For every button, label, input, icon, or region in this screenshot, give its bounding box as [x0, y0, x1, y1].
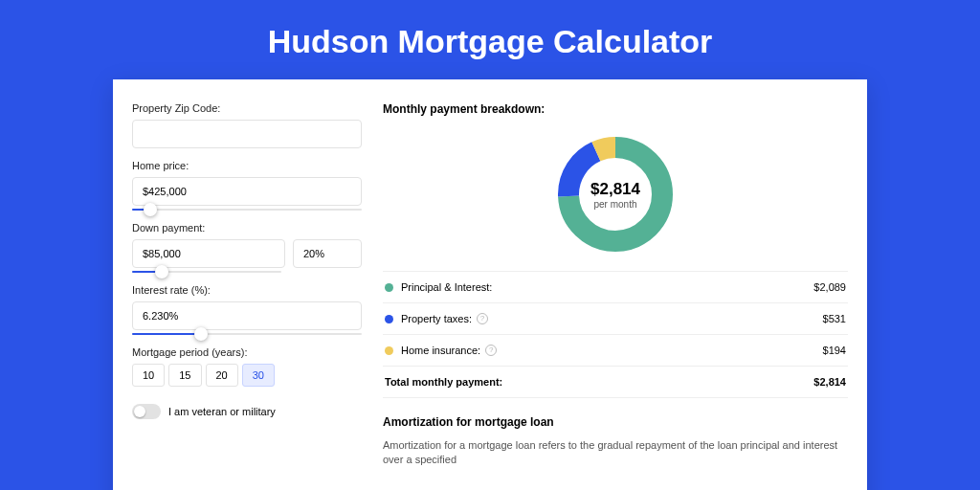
period-option-15[interactable]: 15: [168, 364, 201, 387]
legend-label: Home insurance:?: [401, 345, 823, 356]
zip-label: Property Zip Code:: [132, 102, 362, 114]
inputs-column: Property Zip Code: Home price: Down paym…: [132, 102, 362, 468]
price-label: Home price:: [132, 160, 362, 171]
rate-slider[interactable]: [132, 333, 362, 335]
rate-label: Interest rate (%):: [132, 284, 362, 296]
info-icon[interactable]: ?: [477, 313, 488, 324]
price-slider[interactable]: [132, 209, 362, 211]
donut-center-sub: per month: [593, 199, 636, 210]
rate-slider-thumb[interactable]: [194, 327, 208, 341]
down-label: Down payment:: [132, 222, 362, 234]
amortization-section: Amortization for mortgage loan Amortizat…: [383, 415, 848, 468]
down-field: Down payment:: [132, 222, 362, 273]
donut-center-value: $2,814: [590, 180, 640, 199]
down-slider[interactable]: [132, 271, 281, 273]
price-slider-thumb[interactable]: [144, 203, 157, 216]
down-amount-input[interactable]: [132, 239, 285, 268]
amortization-title: Amortization for mortgage loan: [383, 415, 848, 429]
breakdown-title: Monthly payment breakdown:: [383, 102, 848, 116]
veteran-toggle[interactable]: [132, 404, 161, 419]
info-icon[interactable]: ?: [485, 345, 497, 356]
rate-slider-fill: [132, 333, 201, 335]
zip-input[interactable]: [132, 120, 362, 148]
period-label: Mortgage period (years):: [132, 346, 362, 358]
legend-row: Principal & Interest:$2,089: [383, 272, 848, 303]
amortization-text: Amortization for a mortgage loan refers …: [383, 438, 848, 468]
period-option-30[interactable]: 30: [242, 364, 275, 387]
legend-label: Property taxes:?: [401, 313, 823, 324]
period-segment: 10152030: [132, 364, 362, 387]
legend-label: Principal & Interest:: [401, 281, 813, 293]
legend-row: Home insurance:?$194: [383, 335, 848, 367]
donut-wrap: $2,814 per month: [383, 129, 848, 271]
veteran-row: I am veteran or military: [132, 404, 362, 419]
legend-total-label: Total monthly payment:: [385, 376, 813, 388]
price-field: Home price:: [132, 160, 362, 211]
veteran-label: I am veteran or military: [168, 406, 276, 417]
period-option-10[interactable]: 10: [132, 364, 165, 387]
down-pct-input[interactable]: [293, 239, 362, 268]
rate-input[interactable]: [132, 301, 362, 330]
period-option-20[interactable]: 20: [206, 364, 238, 387]
legend-value: $194: [823, 345, 846, 356]
period-field: Mortgage period (years): 10152030: [132, 346, 362, 387]
down-slider-thumb[interactable]: [155, 265, 168, 278]
legend-dot-icon: [385, 315, 393, 323]
legend-dot-icon: [385, 346, 393, 355]
legend-total-row: Total monthly payment:$2,814: [383, 367, 848, 398]
legend-value: $2,089: [813, 281, 846, 293]
legend-total-value: $2,814: [813, 376, 846, 388]
page-title: Hudson Mortgage Calculator: [0, 0, 980, 79]
legend-value: $531: [823, 313, 846, 324]
results-column: Monthly payment breakdown: $2,814 per mo…: [383, 102, 848, 468]
price-input[interactable]: [132, 177, 362, 206]
legend-dot-icon: [385, 283, 393, 292]
rate-field: Interest rate (%):: [132, 284, 362, 335]
legend-row: Property taxes:?$531: [383, 303, 848, 335]
legend: Principal & Interest:$2,089Property taxe…: [383, 271, 848, 398]
zip-field: Property Zip Code:: [132, 102, 362, 148]
calculator-card: Property Zip Code: Home price: Down paym…: [113, 79, 867, 490]
donut-chart: $2,814 per month: [556, 135, 675, 254]
